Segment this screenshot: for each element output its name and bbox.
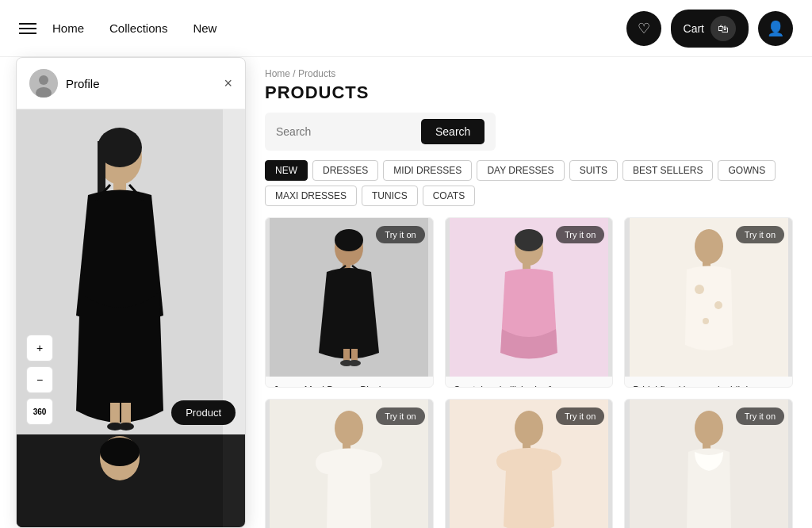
profile-header: Profile × (17, 58, 245, 109)
nav-right: ♡ Cart 🛍 👤 (626, 10, 793, 48)
product-card[interactable]: Try it on (265, 399, 434, 528)
cart-icon: 🛍 (710, 16, 736, 41)
svg-point-45 (496, 452, 519, 471)
try-it-on-button[interactable]: Try it on (736, 226, 784, 243)
wishlist-button[interactable]: ♡ (626, 11, 661, 46)
nav-links: Home Collections New (52, 21, 216, 35)
filter-chip-tunics[interactable]: TUNICS (362, 186, 418, 206)
toolbar: Search (246, 113, 812, 160)
svg-point-26 (348, 360, 361, 366)
filter-chip-maxi-dresses[interactable]: MAXI DRESSES (265, 186, 357, 206)
filter-chip-gowns[interactable]: GOWNS (718, 160, 776, 181)
svg-point-36 (703, 318, 709, 324)
profile-main-image: + − 360 Product (17, 109, 245, 434)
product-grid: Try it on Jersey Maxi Dress - Black MINI… (246, 214, 812, 528)
svg-point-16 (100, 438, 140, 466)
svg-rect-6 (98, 141, 105, 197)
product-image: Try it on (266, 400, 433, 528)
product-button[interactable]: Product (171, 400, 236, 425)
filter-chip-day-dresses[interactable]: DAY DRESSES (477, 160, 564, 181)
product-image: Try it on (625, 400, 792, 528)
zoom-in-icon: + (36, 342, 43, 354)
product-card[interactable]: Try it on Jersey Maxi Dress - Black MINI… (265, 217, 434, 388)
filter-chip-dresses[interactable]: DRESSES (312, 160, 378, 181)
search-button[interactable]: Search (421, 119, 485, 144)
profile-close-button[interactable]: × (224, 75, 232, 92)
svg-point-46 (539, 452, 561, 471)
svg-point-48 (695, 411, 723, 446)
filter-chip-new[interactable]: NEW (265, 160, 308, 181)
product-card[interactable]: Try it on (445, 399, 614, 528)
account-button[interactable]: 👤 (758, 11, 793, 46)
product-name: Bridal floral jacquard midi dress (633, 385, 784, 388)
product-card[interactable]: Try it on (624, 399, 793, 528)
svg-point-32 (695, 229, 723, 264)
navigation: Home Collections New ♡ Cart 🛍 👤 (0, 0, 812, 57)
svg-point-19 (335, 229, 363, 251)
profile-controls: + − 360 (26, 335, 53, 425)
breadcrumb: Home / Products (246, 57, 812, 82)
try-it-on-button[interactable]: Try it on (376, 407, 424, 425)
nav-new[interactable]: New (193, 21, 216, 35)
product-info: Jersey Maxi Dress - Black MINI £168 (266, 377, 433, 388)
filter-chip-suits[interactable]: SUITS (569, 160, 618, 181)
try-it-on-button[interactable]: Try it on (556, 407, 604, 425)
product-info: Bridal floral jacquard midi dress Rotate… (625, 377, 792, 388)
svg-point-29 (515, 229, 543, 251)
avatar (29, 69, 58, 98)
svg-point-35 (714, 301, 722, 309)
try-it-on-button[interactable]: Try it on (556, 226, 604, 243)
svg-point-13 (118, 423, 134, 430)
nav-collections[interactable]: Collections (109, 21, 167, 35)
try-it-on-button[interactable]: Try it on (736, 407, 784, 425)
zoom-out-icon: − (36, 373, 43, 386)
profile-title: Profile (66, 77, 224, 90)
svg-point-38 (335, 411, 363, 446)
filter-chip-midi-dresses[interactable]: MIDI DRESSES (383, 160, 472, 181)
profile-panel: Profile × (16, 57, 246, 528)
zoom-in-button[interactable]: + (26, 335, 53, 362)
search-input[interactable] (276, 125, 415, 138)
svg-point-34 (695, 285, 704, 294)
product-image: Try it on (446, 218, 613, 377)
hamburger-menu[interactable] (19, 23, 36, 34)
rotate-360-button[interactable]: 360 (26, 398, 53, 425)
svg-point-41 (357, 452, 382, 474)
search-field[interactable]: Search (265, 113, 496, 151)
zoom-out-button[interactable]: − (26, 366, 53, 393)
cart-button[interactable]: Cart 🛍 (671, 10, 749, 48)
product-image: Try it on (266, 218, 433, 377)
product-image: Try it on (446, 400, 613, 528)
try-it-on-button[interactable]: Try it on (376, 226, 424, 243)
rotate-icon: 360 (33, 407, 47, 416)
svg-point-40 (316, 452, 341, 474)
svg-point-43 (515, 411, 543, 446)
product-image: Try it on (625, 218, 792, 377)
product-card[interactable]: Try it on Crystal-embellished crêpe gown… (445, 217, 614, 388)
filter-chip-coats[interactable]: COATS (423, 186, 475, 206)
svg-point-1 (39, 75, 48, 85)
product-name: Crystal-embellished crêpe gown (454, 385, 605, 388)
profile-bottom-image (17, 434, 245, 528)
nav-home[interactable]: Home (52, 21, 84, 35)
product-name: Jersey Maxi Dress - Black (274, 385, 425, 388)
product-info: Crystal-embellished crêpe gown SELF-PORT… (446, 377, 613, 388)
product-card[interactable]: Try it on Bridal floral jacquard midi dr… (624, 217, 793, 388)
cart-label: Cart (684, 22, 704, 35)
page-title: PRODUCTS (246, 82, 812, 113)
filter-chip-best-sellers[interactable]: BEST SELLERS (622, 160, 714, 181)
filter-chips: NEWDRESSESMIDI DRESSESDAY DRESSESSUITSBE… (246, 160, 812, 214)
